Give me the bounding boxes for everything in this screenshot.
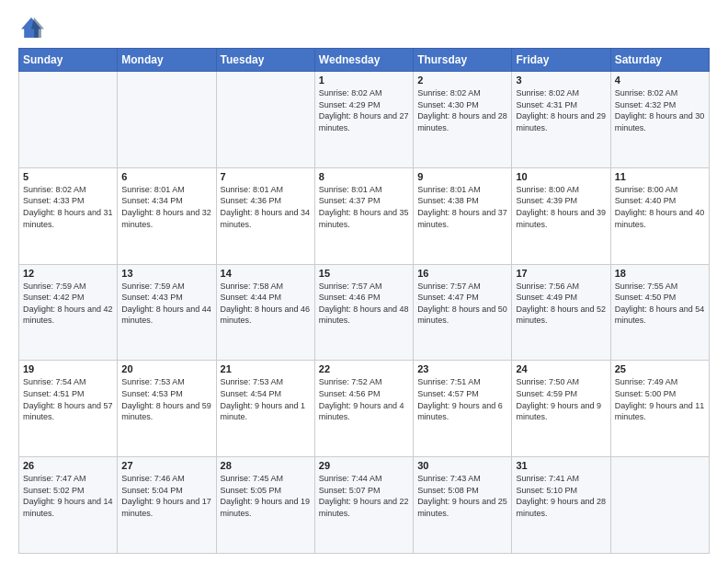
day-info: Sunrise: 7:57 AM Sunset: 4:46 PM Dayligh… — [319, 281, 409, 327]
day-number: 12 — [23, 268, 113, 279]
calendar-week-3: 12Sunrise: 7:59 AM Sunset: 4:42 PM Dayli… — [19, 264, 710, 361]
calendar-body: 1Sunrise: 8:02 AM Sunset: 4:29 PM Daylig… — [19, 72, 710, 554]
weekday-header-wednesday: Wednesday — [314, 49, 413, 72]
calendar-cell: 30Sunrise: 7:43 AM Sunset: 5:08 PM Dayli… — [414, 457, 512, 554]
day-number: 30 — [417, 460, 507, 471]
calendar-cell: 10Sunrise: 8:00 AM Sunset: 4:39 PM Dayli… — [512, 167, 610, 264]
day-info: Sunrise: 8:00 AM Sunset: 4:40 PM Dayligh… — [615, 184, 705, 230]
calendar-cell: 3Sunrise: 8:02 AM Sunset: 4:31 PM Daylig… — [512, 72, 610, 168]
calendar-cell — [19, 72, 118, 168]
calendar-week-5: 26Sunrise: 7:47 AM Sunset: 5:02 PM Dayli… — [19, 457, 710, 554]
day-info: Sunrise: 8:02 AM Sunset: 4:29 PM Dayligh… — [319, 87, 409, 133]
day-number: 28 — [221, 460, 311, 471]
calendar-cell: 28Sunrise: 7:45 AM Sunset: 5:05 PM Dayli… — [216, 457, 314, 554]
day-info: Sunrise: 7:52 AM Sunset: 4:56 PM Dayligh… — [319, 376, 409, 422]
calendar-cell: 17Sunrise: 7:56 AM Sunset: 4:49 PM Dayli… — [512, 264, 610, 361]
weekday-header-thursday: Thursday — [414, 49, 512, 72]
calendar-cell: 2Sunrise: 8:02 AM Sunset: 4:30 PM Daylig… — [414, 72, 512, 168]
weekday-header-row: SundayMondayTuesdayWednesdayThursdayFrid… — [19, 49, 710, 72]
day-info: Sunrise: 8:01 AM Sunset: 4:37 PM Dayligh… — [319, 184, 409, 230]
day-info: Sunrise: 8:00 AM Sunset: 4:39 PM Dayligh… — [516, 184, 606, 230]
day-number: 8 — [319, 171, 409, 182]
day-number: 3 — [516, 75, 606, 86]
calendar-cell: 6Sunrise: 8:01 AM Sunset: 4:34 PM Daylig… — [118, 167, 216, 264]
day-number: 11 — [615, 171, 705, 182]
day-number: 24 — [516, 363, 606, 374]
calendar-cell: 16Sunrise: 7:57 AM Sunset: 4:47 PM Dayli… — [414, 264, 512, 361]
day-info: Sunrise: 7:59 AM Sunset: 4:42 PM Dayligh… — [23, 281, 113, 327]
day-info: Sunrise: 8:02 AM Sunset: 4:32 PM Dayligh… — [615, 87, 705, 133]
calendar-cell: 19Sunrise: 7:54 AM Sunset: 4:51 PM Dayli… — [19, 361, 118, 457]
day-info: Sunrise: 7:56 AM Sunset: 4:49 PM Dayligh… — [516, 281, 606, 327]
calendar-cell: 27Sunrise: 7:46 AM Sunset: 5:04 PM Dayli… — [118, 457, 216, 554]
calendar-week-2: 5Sunrise: 8:02 AM Sunset: 4:33 PM Daylig… — [19, 167, 710, 264]
logo-icon — [18, 15, 44, 40]
calendar-cell: 23Sunrise: 7:51 AM Sunset: 4:57 PM Dayli… — [414, 361, 512, 457]
day-number: 17 — [516, 268, 606, 279]
day-number: 19 — [23, 363, 113, 374]
day-info: Sunrise: 8:02 AM Sunset: 4:30 PM Dayligh… — [417, 87, 507, 133]
calendar-cell: 20Sunrise: 7:53 AM Sunset: 4:53 PM Dayli… — [118, 361, 216, 457]
day-number: 15 — [319, 268, 409, 279]
header — [18, 15, 710, 40]
day-info: Sunrise: 7:43 AM Sunset: 5:08 PM Dayligh… — [417, 473, 507, 519]
day-number: 20 — [121, 363, 211, 374]
day-info: Sunrise: 8:02 AM Sunset: 4:31 PM Dayligh… — [516, 87, 606, 133]
calendar-cell: 9Sunrise: 8:01 AM Sunset: 4:38 PM Daylig… — [414, 167, 512, 264]
day-info: Sunrise: 7:49 AM Sunset: 5:00 PM Dayligh… — [615, 376, 705, 422]
weekday-header-sunday: Sunday — [19, 49, 118, 72]
day-info: Sunrise: 7:46 AM Sunset: 5:04 PM Dayligh… — [121, 473, 211, 519]
day-info: Sunrise: 8:01 AM Sunset: 4:38 PM Dayligh… — [417, 184, 507, 230]
day-number: 9 — [417, 171, 507, 182]
day-info: Sunrise: 8:02 AM Sunset: 4:33 PM Dayligh… — [23, 184, 113, 230]
day-info: Sunrise: 7:54 AM Sunset: 4:51 PM Dayligh… — [23, 376, 113, 422]
day-info: Sunrise: 8:01 AM Sunset: 4:34 PM Dayligh… — [121, 184, 211, 230]
day-number: 27 — [121, 460, 211, 471]
calendar-cell: 8Sunrise: 8:01 AM Sunset: 4:37 PM Daylig… — [314, 167, 413, 264]
day-info: Sunrise: 7:44 AM Sunset: 5:07 PM Dayligh… — [319, 473, 409, 519]
day-info: Sunrise: 7:51 AM Sunset: 4:57 PM Dayligh… — [417, 376, 507, 422]
day-number: 13 — [121, 268, 211, 279]
calendar-cell — [610, 457, 709, 554]
day-info: Sunrise: 7:41 AM Sunset: 5:10 PM Dayligh… — [516, 473, 606, 519]
day-info: Sunrise: 7:53 AM Sunset: 4:53 PM Dayligh… — [121, 376, 211, 422]
calendar-cell: 15Sunrise: 7:57 AM Sunset: 4:46 PM Dayli… — [314, 264, 413, 361]
weekday-header-tuesday: Tuesday — [216, 49, 314, 72]
day-number: 16 — [417, 268, 507, 279]
day-info: Sunrise: 7:50 AM Sunset: 4:59 PM Dayligh… — [516, 376, 606, 422]
calendar-cell: 26Sunrise: 7:47 AM Sunset: 5:02 PM Dayli… — [19, 457, 118, 554]
day-number: 10 — [516, 171, 606, 182]
day-number: 7 — [221, 171, 311, 182]
calendar-cell: 31Sunrise: 7:41 AM Sunset: 5:10 PM Dayli… — [512, 457, 610, 554]
day-number: 6 — [121, 171, 211, 182]
calendar-week-1: 1Sunrise: 8:02 AM Sunset: 4:29 PM Daylig… — [19, 72, 710, 168]
day-info: Sunrise: 7:55 AM Sunset: 4:50 PM Dayligh… — [615, 281, 705, 327]
day-number: 5 — [23, 171, 113, 182]
logo — [18, 15, 48, 40]
day-number: 25 — [615, 363, 705, 374]
page: SundayMondayTuesdayWednesdayThursdayFrid… — [0, 0, 728, 563]
weekday-header-saturday: Saturday — [610, 49, 709, 72]
day-number: 22 — [319, 363, 409, 374]
day-number: 29 — [319, 460, 409, 471]
weekday-header-friday: Friday — [512, 49, 610, 72]
calendar-cell: 7Sunrise: 8:01 AM Sunset: 4:36 PM Daylig… — [216, 167, 314, 264]
calendar-cell: 13Sunrise: 7:59 AM Sunset: 4:43 PM Dayli… — [118, 264, 216, 361]
day-info: Sunrise: 7:53 AM Sunset: 4:54 PM Dayligh… — [221, 376, 311, 422]
day-number: 1 — [319, 75, 409, 86]
calendar-cell: 29Sunrise: 7:44 AM Sunset: 5:07 PM Dayli… — [314, 457, 413, 554]
calendar-cell: 21Sunrise: 7:53 AM Sunset: 4:54 PM Dayli… — [216, 361, 314, 457]
day-number: 14 — [221, 268, 311, 279]
calendar-cell: 5Sunrise: 8:02 AM Sunset: 4:33 PM Daylig… — [19, 167, 118, 264]
day-info: Sunrise: 8:01 AM Sunset: 4:36 PM Dayligh… — [221, 184, 311, 230]
day-info: Sunrise: 7:57 AM Sunset: 4:47 PM Dayligh… — [417, 281, 507, 327]
day-info: Sunrise: 7:59 AM Sunset: 4:43 PM Dayligh… — [121, 281, 211, 327]
calendar-cell: 24Sunrise: 7:50 AM Sunset: 4:59 PM Dayli… — [512, 361, 610, 457]
calendar-cell: 1Sunrise: 8:02 AM Sunset: 4:29 PM Daylig… — [314, 72, 413, 168]
calendar-cell: 18Sunrise: 7:55 AM Sunset: 4:50 PM Dayli… — [610, 264, 709, 361]
weekday-header-monday: Monday — [118, 49, 216, 72]
day-info: Sunrise: 7:47 AM Sunset: 5:02 PM Dayligh… — [23, 473, 113, 519]
day-number: 31 — [516, 460, 606, 471]
day-info: Sunrise: 7:45 AM Sunset: 5:05 PM Dayligh… — [221, 473, 311, 519]
day-number: 26 — [23, 460, 113, 471]
